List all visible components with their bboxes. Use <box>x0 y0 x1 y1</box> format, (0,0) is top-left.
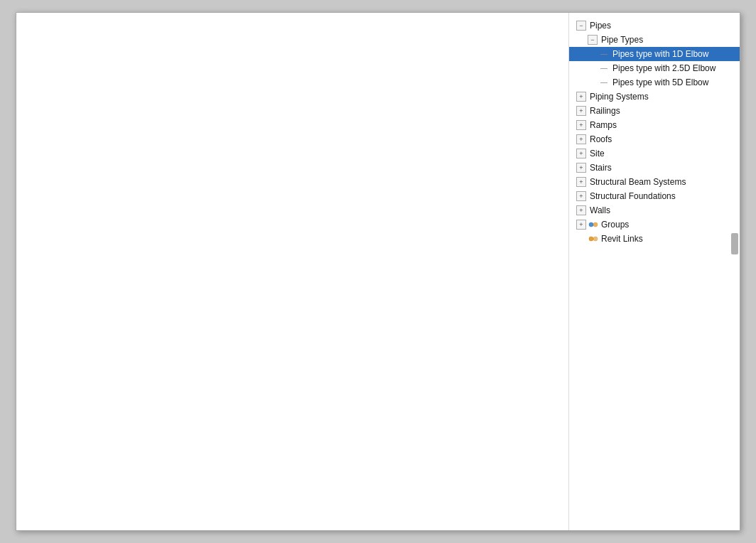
tree-node-label-piping-systems: Piping Systems <box>590 90 649 103</box>
main-canvas <box>16 13 569 530</box>
tree-node-label-pipe-types: Pipe Types <box>601 33 643 46</box>
tree-node-piping-systems[interactable]: +Piping Systems <box>569 90 740 104</box>
svg-point-2 <box>589 237 593 241</box>
tree-node-pipe-types[interactable]: −Pipe Types <box>569 33 740 47</box>
tree-node-label-revit-links: Revit Links <box>601 232 643 245</box>
scrollbar-thumb[interactable] <box>731 233 738 254</box>
tree-expander-groups[interactable]: + <box>576 220 586 230</box>
tree-expander-site[interactable]: + <box>576 149 586 158</box>
tree-node-structural-beam-systems[interactable]: +Structural Beam Systems <box>569 175 740 189</box>
tree-expander-stairs[interactable]: + <box>576 163 586 173</box>
app-window: −Pipes−Pipe Types—Pipes type with 1D Elb… <box>16 12 740 531</box>
tree-leaf-indicator: — <box>599 62 609 75</box>
link-icon <box>588 233 599 244</box>
tree-expander-roofs[interactable]: + <box>576 134 586 144</box>
tree-node-label-structural-foundations: Structural Foundations <box>590 190 676 203</box>
tree-node-pipe-5d[interactable]: —Pipes type with 5D Elbow <box>569 75 740 90</box>
tree-leaf-indicator: — <box>599 48 609 60</box>
tree-node-groups[interactable]: +Groups <box>569 217 740 232</box>
tree-expander-structural-beam-systems[interactable]: + <box>576 177 586 187</box>
tree-node-site[interactable]: +Site <box>569 146 740 161</box>
svg-point-1 <box>593 222 598 227</box>
tree-expander-railings[interactable]: + <box>576 106 586 116</box>
tree-node-label-pipes: Pipes <box>590 19 611 32</box>
tree-node-label-ramps: Ramps <box>590 119 617 131</box>
tree-expander-piping-systems[interactable]: + <box>576 92 586 102</box>
tree-node-pipe-2d5[interactable]: —Pipes type with 2.5D Elbow <box>569 61 740 75</box>
tree-expander-walls[interactable]: + <box>576 205 586 215</box>
tree-node-label-pipe-1d: Pipes type with 1D Elbow <box>612 48 708 60</box>
tree-node-pipe-1d[interactable]: —Pipes type with 1D Elbow <box>569 47 740 61</box>
tree-expander-pipe-types[interactable]: − <box>588 35 598 45</box>
tree-node-railings[interactable]: +Railings <box>569 104 740 118</box>
tree-expander-structural-foundations[interactable]: + <box>576 191 586 201</box>
tree-node-ramps[interactable]: +Ramps <box>569 118 740 132</box>
tree-node-label-walls: Walls <box>590 204 610 217</box>
tree-node-label-groups: Groups <box>601 218 629 231</box>
tree-node-revit-links[interactable]: Revit Links <box>569 232 740 246</box>
svg-point-3 <box>593 237 598 241</box>
tree-node-label-railings: Railings <box>590 104 620 117</box>
tree-node-label-stairs: Stairs <box>590 161 612 174</box>
tree-node-pipes[interactable]: −Pipes <box>569 18 740 33</box>
tree-node-structural-foundations[interactable]: +Structural Foundations <box>569 189 740 203</box>
group-icon <box>588 219 599 230</box>
tree-node-label-site: Site <box>590 147 605 160</box>
tree-node-roofs[interactable]: +Roofs <box>569 132 740 146</box>
tree-node-label-pipe-5d: Pipes type with 5D Elbow <box>612 76 708 89</box>
tree-leaf-indicator: — <box>599 76 609 89</box>
tree-expander-pipes[interactable]: − <box>576 21 586 31</box>
tree-container: −Pipes−Pipe Types—Pipes type with 1D Elb… <box>569 18 740 246</box>
tree-node-stairs[interactable]: +Stairs <box>569 161 740 175</box>
tree-expander-ramps[interactable]: + <box>576 120 586 130</box>
tree-node-label-roofs: Roofs <box>590 133 612 146</box>
tree-node-walls[interactable]: +Walls <box>569 203 740 217</box>
tree-node-label-pipe-2d5: Pipes type with 2.5D Elbow <box>612 62 716 75</box>
tree-node-label-structural-beam-systems: Structural Beam Systems <box>590 176 686 188</box>
svg-point-0 <box>589 222 593 227</box>
tree-panel: −Pipes−Pipe Types—Pipes type with 1D Elb… <box>569 13 740 530</box>
